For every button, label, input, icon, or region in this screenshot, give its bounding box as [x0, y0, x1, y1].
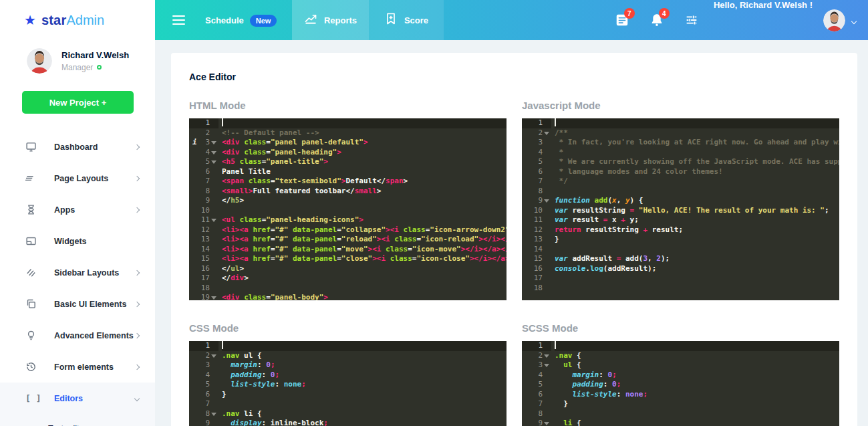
sidebar-item-editors[interactable]: [ ] Editors	[0, 383, 155, 414]
chevron-right-icon	[134, 364, 140, 369]
fold-caret-icon[interactable]	[211, 141, 216, 144]
editor-gutter[interactable]: 123i45678910111213141516171819	[189, 118, 219, 300]
layers-icon	[25, 173, 37, 184]
fold-caret-icon[interactable]	[544, 354, 549, 358]
notifications-bell-icon[interactable]: 4	[649, 13, 664, 27]
sidebar-item-widgets[interactable]: Widgets	[0, 225, 155, 257]
text-cursor	[555, 118, 556, 126]
sidebar-item-label: Page Layouts	[54, 174, 135, 183]
code-line: li {	[555, 419, 839, 426]
hamburger-menu-icon[interactable]	[172, 13, 185, 27]
gutter-line-number: 9	[189, 419, 219, 426]
gutter-line-number: 8	[522, 187, 551, 197]
page-title: Ace Editor	[189, 72, 839, 82]
sidebar-item-label: Dashboard	[54, 142, 135, 152]
code-line: <div class="panel panel-default">	[222, 138, 507, 148]
user-profile[interactable]: Richard V.Welsh Manager	[0, 40, 155, 74]
avatar	[27, 48, 52, 74]
notifications-count-badge: 4	[659, 8, 670, 19]
messages-icon[interactable]: 7	[615, 13, 629, 27]
profile-role: Manager	[61, 63, 93, 72]
ace-editor-scss[interactable]: 123456789 .nav { ul { margin: 0; padding…	[522, 341, 839, 426]
code-line: Panel Title	[222, 167, 507, 177]
editors-grid: HTML Mode 123i45678910111213141516171819…	[189, 100, 839, 426]
fold-caret-icon[interactable]	[544, 364, 549, 367]
ace-editor-html[interactable]: 123i45678910111213141516171819 <!-- Defa…	[189, 118, 507, 300]
hourglass-icon	[25, 204, 37, 215]
gutter-line-number: 3	[189, 360, 219, 370]
tab-score-label: Score	[404, 15, 428, 25]
ace-editor-javascript[interactable]: 123456789101112131415161718 /** * In fac…	[522, 118, 839, 300]
chevron-down-icon[interactable]	[852, 14, 856, 26]
fold-caret-icon[interactable]	[211, 151, 216, 154]
tab-score[interactable]: Score	[369, 0, 444, 40]
avatar[interactable]	[823, 9, 845, 31]
code-line: display: inline-block;	[222, 419, 507, 426]
tab-schedule[interactable]: ScheduleNew	[155, 0, 292, 40]
gutter-line-number: 11	[522, 215, 551, 225]
code-line: margin: 0;	[555, 370, 839, 381]
gutter-line-number: 9	[522, 419, 551, 426]
javascript-mode-section: Javascript Mode 123456789101112131415161…	[522, 100, 839, 300]
sidebar-item-apps[interactable]: Apps	[0, 194, 155, 225]
code-line: </h5>	[222, 196, 507, 206]
code-line: <small>Full featured toolbar</small>	[222, 187, 507, 197]
gutter-line-number: 1	[522, 118, 551, 128]
code-line	[222, 118, 507, 128]
sidebar-item-page-layouts[interactable]: Page Layouts	[0, 163, 155, 194]
editor-gutter[interactable]: 123456789	[189, 341, 219, 426]
tab-reports[interactable]: Reports	[292, 0, 369, 40]
history-icon	[25, 361, 37, 372]
messages-count-badge: 7	[624, 8, 635, 19]
code-line: <!-- Default panel -->	[222, 128, 507, 138]
fold-caret-icon[interactable]	[211, 161, 216, 164]
fold-caret-icon[interactable]	[544, 132, 549, 135]
gutter-line-number: 19	[189, 293, 219, 300]
sidebar-subitem-text-editors[interactable]: Text editors	[0, 414, 155, 426]
sidebar-item-advanced-elements[interactable]: Advanced Elements	[0, 320, 155, 351]
tab-reports-label: Reports	[324, 15, 357, 25]
code-line: </div>	[222, 274, 507, 284]
sidebar-item-basic-ui-elements[interactable]: Basic UI Elements	[0, 288, 155, 320]
gutter-line-number: 6	[189, 390, 219, 400]
fold-caret-icon[interactable]	[211, 413, 216, 416]
gutter-line-number: 1	[189, 118, 219, 128]
editor-gutter[interactable]: 123456789101112131415161718	[522, 118, 551, 300]
brand-name-secondary: Admin	[66, 13, 104, 27]
bookmark-icon	[384, 12, 398, 28]
editor-code[interactable]: .nav ul { margin: 0; padding: 0; list-st…	[219, 341, 507, 426]
brand-logo[interactable]: ★ starAdmin	[0, 0, 155, 40]
fold-caret-icon[interactable]	[544, 422, 549, 425]
editor-code[interactable]: <!-- Default panel --><div class="panel …	[219, 118, 507, 300]
gutter-line-number: 2	[522, 128, 551, 138]
gutter-line-number: 16	[522, 264, 551, 274]
gutter-line-number: 3	[522, 138, 551, 148]
editor-gutter[interactable]: 123456789	[522, 341, 551, 426]
fold-caret-icon[interactable]	[211, 354, 216, 358]
gutter-line-number: 5	[522, 380, 551, 390]
editor-code[interactable]: .nav { ul { margin: 0; padding: 0; list-…	[551, 341, 839, 426]
gutter-line-number: 8	[522, 409, 551, 419]
fold-caret-icon[interactable]	[211, 296, 216, 300]
editor-code[interactable]: /** * In fact, you're looking at ACE rig…	[551, 118, 839, 300]
code-line: list-style: none;	[555, 390, 839, 400]
code-line: /**	[555, 128, 839, 138]
ace-editor-card: Ace Editor HTML Mode 123i456789101112131…	[171, 53, 857, 426]
sidebar-item-sidebar-layouts[interactable]: Sidebar Layouts	[0, 257, 155, 288]
widgets-icon	[25, 235, 37, 247]
code-line: * language modes and 24 color themes!	[555, 167, 839, 177]
sidebar-item-form-elements[interactable]: Form elements	[0, 351, 155, 383]
code-line: }	[555, 235, 839, 245]
fold-caret-icon[interactable]	[211, 219, 216, 222]
chevron-right-icon	[134, 301, 140, 306]
gutter-line-number: 6	[189, 167, 219, 177]
sidebar-item-dashboard[interactable]: Dashboard	[0, 131, 155, 163]
new-project-button[interactable]: New Project +	[22, 91, 134, 114]
code-line: var result = x + y;	[555, 215, 839, 225]
gutter-line-number: 6	[522, 167, 551, 177]
text-cursor	[555, 341, 556, 349]
settings-sliders-icon[interactable]	[684, 13, 699, 27]
gutter-line-number: 18	[189, 284, 219, 294]
ace-editor-css[interactable]: 123456789 .nav ul { margin: 0; padding: …	[189, 341, 507, 426]
fold-caret-icon[interactable]	[544, 199, 549, 203]
